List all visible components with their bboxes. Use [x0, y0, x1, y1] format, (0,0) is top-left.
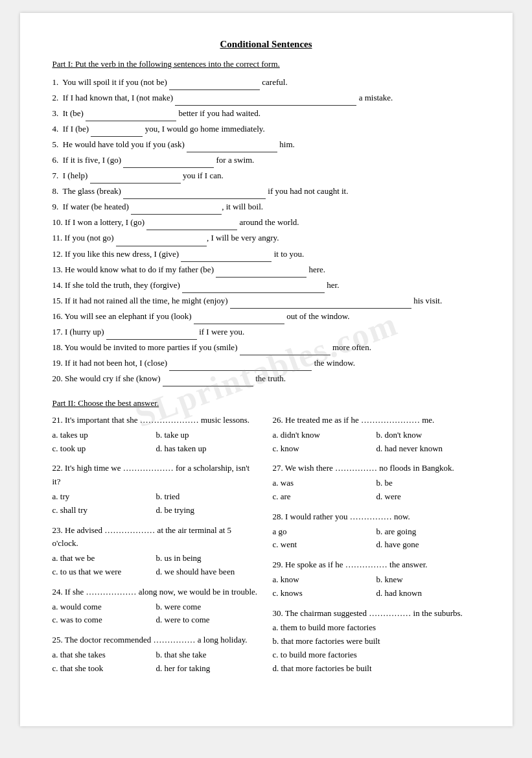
q24-b: b. were come — [156, 600, 257, 614]
q23-col2: b. us in being d. we should have been — [156, 552, 260, 579]
question-28: 28. I would rather you …………… now. a go c… — [273, 510, 480, 552]
q28-c: c. went — [273, 538, 374, 552]
q30-options: a. them to build more factories b. that … — [273, 621, 480, 675]
part2-columns: 21. It's important that she ………………… musi… — [52, 414, 480, 682]
q22-col2: b. tried d. be trying — [156, 490, 260, 517]
q29-options: a. know c. knows b. knew d. had known — [273, 573, 480, 600]
q25-c: c. that she took — [52, 662, 154, 676]
q26-col2: b. don't know d. had never known — [376, 429, 480, 456]
q27-b: b. be — [376, 477, 478, 490]
q25-text: 25. The doctor recommended …………… a long … — [52, 634, 260, 647]
sentence-20: 20. She would cry if she (know) the trut… — [52, 371, 480, 386]
q29-text: 29. He spoke as if he …………… the answer. — [273, 558, 480, 572]
q22-options: a. try c. shall try b. tried d. be tryin… — [52, 490, 260, 517]
q26-c: c. know — [273, 442, 374, 456]
question-30: 30. The chairman suggested …………… in the … — [273, 607, 480, 676]
q26-col1: a. didn't know c. know — [273, 429, 376, 456]
q27-col2: b. be d. were — [376, 477, 480, 504]
q25-col1: a. that she takes c. that she took — [52, 648, 156, 676]
q22-a: a. try — [52, 490, 154, 504]
q30-a: a. them to build more factories — [273, 621, 480, 635]
q24-col1: a. would come c. was to come — [52, 600, 156, 628]
q29-c: c. knows — [273, 587, 374, 600]
q28-options: a go c. went b. are going d. have gone — [273, 525, 480, 552]
sentence-10: 10. If I won a lottery, I (go) around th… — [52, 215, 480, 230]
q24-a: a. would come — [52, 600, 154, 614]
q22-text: 22. It's high time we ……………… for a schol… — [52, 462, 260, 489]
left-column: 21. It's important that she ………………… musi… — [52, 414, 260, 682]
sentence-1: 1. You will spoil it if you (not be) car… — [52, 75, 480, 90]
q28-col2: b. are going d. have gone — [376, 525, 480, 552]
sentence-17: 17. I (hurry up) if I were you. — [52, 324, 480, 340]
q23-text: 23. He advised ……………… at the air termina… — [52, 524, 260, 551]
q23-options: a. that we be c. to us that we were b. u… — [52, 552, 260, 579]
q27-col1: a. was c. are — [273, 477, 376, 504]
worksheet-page: SLprintables.com Conditional Sentences P… — [20, 13, 513, 726]
q26-b: b. don't know — [376, 429, 478, 442]
question-22: 22. It's high time we ……………… for a schol… — [52, 462, 260, 517]
sentence-3: 3. It (be) better if you had waited. — [52, 106, 480, 121]
q28-d: d. have gone — [376, 538, 478, 552]
page-title: Conditional Sentences — [52, 39, 480, 50]
q25-b: b. that she take — [156, 648, 257, 662]
q28-col1: a go c. went — [273, 525, 376, 552]
q25-a: a. that she takes — [52, 648, 154, 662]
q24-c: c. was to come — [52, 613, 154, 627]
sentence-8: 8. The glass (break) if you had not caug… — [52, 184, 480, 199]
q30-d: d. that more factories be built — [273, 662, 480, 676]
q28-b: b. are going — [376, 525, 478, 539]
q26-text: 26. He treated me as if he ………………… me. — [273, 414, 480, 427]
sentence-15: 15. If it had not rained all the time, h… — [52, 293, 480, 309]
q30-text: 30. The chairman suggested …………… in the … — [273, 607, 480, 621]
sentence-4: 4. If I (be) you, I would go home immedi… — [52, 121, 480, 137]
sentence-6: 6. If it is five, I (go) for a swim. — [52, 152, 480, 168]
sentence-11: 11. If you (not go) , I will be very ang… — [52, 230, 480, 246]
sentence-2: 2. If I had known that, I (not make) a m… — [52, 90, 480, 106]
q25-col2: b. that she take d. her for taking — [156, 648, 260, 676]
q26-a: a. didn't know — [273, 429, 374, 442]
q27-text: 27. We wish there …………… no floods in Ban… — [273, 462, 480, 475]
q23-b: b. us in being — [156, 552, 257, 565]
right-column: 26. He treated me as if he ………………… me. a… — [273, 414, 480, 682]
q23-d: d. we should have been — [156, 565, 257, 579]
part1-header: Part I: Put the verb in the following se… — [52, 59, 480, 69]
q21-a: a. takes up — [52, 429, 154, 442]
q21-d: d. has taken up — [156, 442, 257, 456]
q28-a: a go — [273, 525, 374, 539]
question-25: 25. The doctor recommended …………… a long … — [52, 634, 260, 675]
q21-col2: b. take up d. has taken up — [156, 429, 260, 456]
q21-col1: a. takes up c. took up — [52, 429, 156, 456]
q22-b: b. tried — [156, 490, 257, 504]
q23-c: c. to us that we were — [52, 565, 154, 579]
q22-c: c. shall try — [52, 504, 154, 517]
q27-d: d. were — [376, 490, 478, 504]
q23-col1: a. that we be c. to us that we were — [52, 552, 156, 579]
q30-c: c. to build more factories — [273, 648, 480, 662]
q21-options: a. takes up c. took up b. take up d. has… — [52, 429, 260, 456]
sentence-13: 13. He would know what to do if my fathe… — [52, 262, 480, 278]
q30-b: b. that more factories were built — [273, 635, 480, 648]
q22-d: d. be trying — [156, 504, 257, 517]
q27-options: a. was c. are b. be d. were — [273, 477, 480, 504]
q24-options: a. would come c. was to come b. were com… — [52, 600, 260, 628]
q21-text: 21. It's important that she ………………… musi… — [52, 414, 260, 427]
sentence-9: 9. If water (be heated) , it will boil. — [52, 199, 480, 215]
q27-c: c. are — [273, 490, 374, 504]
sentence-5: 5. He would have told you if you (ask) h… — [52, 137, 480, 152]
question-27: 27. We wish there …………… no floods in Ban… — [273, 462, 480, 503]
sentence-16: 16. You will see an elephant if you (loo… — [52, 309, 480, 324]
q24-text: 24. If she ……………… along now, we would be… — [52, 586, 260, 599]
sentence-14: 14. If she told the truth, they (forgive… — [52, 278, 480, 293]
question-29: 29. He spoke as if he …………… the answer. … — [273, 558, 480, 600]
q29-a: a. know — [273, 573, 374, 587]
q24-col2: b. were come d. were to come — [156, 600, 260, 628]
q29-b: b. knew — [376, 573, 478, 587]
sentence-7: 7. I (help) you if I can. — [52, 168, 480, 184]
sentence-18: 18. You would be invited to more parties… — [52, 340, 480, 355]
part2-header: Part II: Choose the best answer. — [52, 398, 480, 409]
part1-section: Part I: Put the verb in the following se… — [52, 59, 480, 386]
q29-col1: a. know c. knows — [273, 573, 376, 600]
q25-options: a. that she takes c. that she took b. th… — [52, 648, 260, 676]
sentence-19: 19. If it had not been hot, I (close) th… — [52, 355, 480, 371]
q26-d: d. had never known — [376, 442, 478, 456]
